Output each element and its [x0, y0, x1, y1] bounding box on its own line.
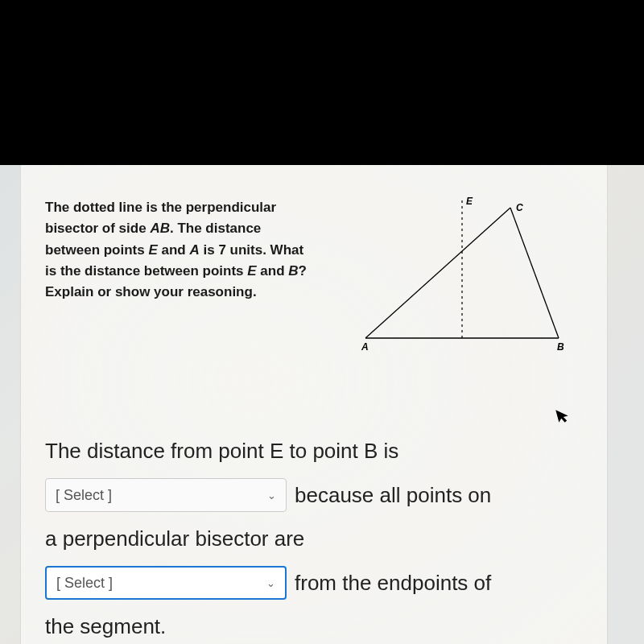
answer-lead: The distance from point E to point B is [45, 439, 398, 464]
answer-from: from the endpoints of [295, 571, 491, 596]
triangle-figure: A B C E [361, 193, 571, 358]
svg-line-2 [510, 208, 559, 338]
point-a: A [189, 242, 199, 258]
select-reason[interactable]: [ Select ] ⌄ [45, 566, 287, 600]
page-background: The dotted line is the perpendicular bis… [0, 165, 644, 644]
select-placeholder-2: [ Select ] [56, 575, 113, 592]
content-card: The dotted line is the perpendicular bis… [20, 165, 608, 644]
svg-line-1 [365, 208, 510, 338]
side-ab: AB [150, 221, 170, 236]
point-b: B [288, 263, 298, 279]
question-prompt: The dotted line is the perpendicular bis… [45, 197, 319, 303]
triangle-svg: A B C E [361, 193, 571, 358]
cursor-icon [554, 405, 573, 430]
chevron-down-icon: ⌄ [266, 577, 275, 589]
label-a: A [361, 341, 369, 353]
label-e: E [466, 196, 473, 207]
and-1: and [158, 242, 190, 258]
chevron-down-icon: ⌄ [267, 489, 276, 502]
and-2: and [257, 263, 289, 279]
select-distance[interactable]: [ Select ] ⌄ [45, 478, 287, 512]
answer-because: because all points on [295, 483, 491, 508]
point-e-2: E [247, 263, 256, 279]
point-e-1: E [148, 242, 157, 258]
label-b: B [557, 341, 564, 353]
answer-seg: the segment. [45, 614, 166, 639]
answer-area: The distance from point E to point B is … [45, 439, 584, 644]
select-placeholder-1: [ Select ] [56, 487, 112, 504]
answer-perp: a perpendicular bisector are [45, 526, 304, 551]
label-c: C [516, 202, 523, 213]
